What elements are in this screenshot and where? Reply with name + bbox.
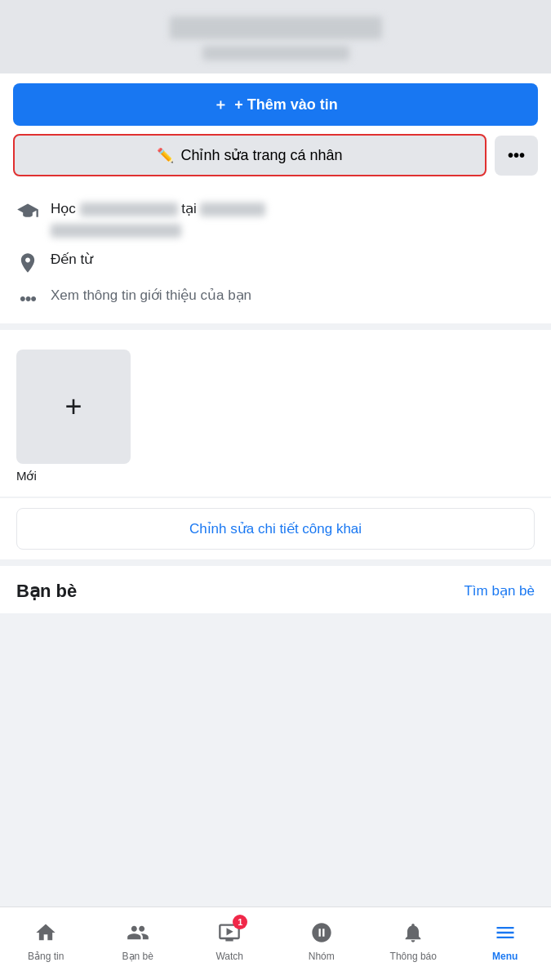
- info-section: Học tại Đến từ: [0, 186, 551, 323]
- graduation-icon: [16, 201, 39, 224]
- hamburger-icon: [494, 921, 517, 944]
- bottom-nav: Bảng tin Bạn bè 1 Watch Nhóm: [0, 906, 551, 980]
- friends-title: Bạn bè: [16, 581, 77, 602]
- location-text: Đến từ: [51, 250, 93, 270]
- photos-section: + Mới: [0, 330, 551, 497]
- photo-grid: + Mới: [16, 350, 535, 483]
- home-icon-wrap: [31, 918, 60, 947]
- friends-section: Bạn bè Tìm bạn bè: [0, 566, 551, 613]
- pencil-icon: ✏️: [157, 147, 174, 164]
- friends-icon: [127, 921, 149, 944]
- more-options-button[interactable]: •••: [495, 136, 538, 176]
- menu-icon-wrap: [491, 918, 520, 947]
- profile-top: [0, 0, 551, 74]
- photo-add-item: + Mới: [16, 350, 131, 483]
- profile-name-blurred: [170, 16, 382, 39]
- nav-item-groups[interactable]: Nhóm: [276, 913, 368, 967]
- watch-icon-wrap: 1: [215, 918, 244, 947]
- add-photo-icon: +: [64, 390, 82, 424]
- edit-profile-row: ✏️ Chỉnh sửa trang cá nhân •••: [13, 134, 538, 176]
- page-wrapper: ＋ + Thêm vào tin ✏️ Chỉnh sửa trang cá n…: [0, 0, 551, 980]
- nav-label-menu: Menu: [492, 951, 518, 962]
- edit-public-label: Chỉnh sửa chi tiết công khai: [189, 521, 362, 537]
- edit-profile-label: Chỉnh sửa trang cá nhân: [180, 146, 342, 164]
- nav-item-menu[interactable]: Menu: [460, 913, 552, 967]
- education-school-blurred: [80, 203, 178, 216]
- plus-icon: ＋: [213, 95, 228, 114]
- edit-public-button[interactable]: Chỉnh sửa chi tiết công khai: [16, 508, 535, 550]
- groups-icon: [310, 921, 333, 944]
- edit-public-section: Chỉnh sửa chi tiết công khai: [0, 498, 551, 559]
- location-icon: [16, 252, 39, 274]
- education-detail-blurred: [51, 224, 181, 238]
- add-photo-button[interactable]: +: [16, 350, 131, 464]
- edit-profile-button[interactable]: ✏️ Chỉnh sửa trang cá nhân: [13, 134, 487, 176]
- nav-label-home: Bảng tin: [28, 951, 64, 962]
- intro-row[interactable]: ••• Xem thông tin giới thiệu của bạn: [16, 286, 535, 310]
- notifications-icon-wrap: [398, 918, 428, 947]
- ellipsis-icon: •••: [508, 146, 525, 165]
- profile-subtitle-blurred: [202, 46, 349, 60]
- groups-icon-wrap: [307, 918, 336, 947]
- education-text: Học tại: [51, 199, 265, 238]
- friends-header: Bạn bè Tìm bạn bè: [16, 581, 535, 602]
- intro-text: Xem thông tin giới thiệu của bạn: [51, 286, 251, 305]
- location-row: Đến từ: [16, 250, 535, 274]
- nav-item-notifications[interactable]: Thông báo: [367, 913, 460, 967]
- education-location-blurred: [200, 203, 265, 216]
- find-friends-link[interactable]: Tìm bạn bè: [464, 582, 535, 599]
- new-photo-label: Mới: [16, 469, 131, 483]
- nav-label-groups: Nhóm: [309, 951, 335, 962]
- nav-label-friends: Bạn bè: [122, 951, 153, 962]
- watch-badge: 1: [233, 915, 247, 929]
- friends-icon-wrap: [123, 918, 153, 947]
- action-buttons-section: ＋ + Thêm vào tin ✏️ Chỉnh sửa trang cá n…: [0, 74, 551, 186]
- dots-icon: •••: [16, 287, 39, 310]
- nav-item-home[interactable]: Bảng tin: [0, 913, 92, 967]
- education-row: Học tại: [16, 199, 535, 238]
- home-icon: [34, 921, 57, 944]
- nav-item-watch[interactable]: 1 Watch: [184, 913, 276, 967]
- nav-label-notifications: Thông báo: [390, 951, 437, 962]
- nav-label-watch: Watch: [216, 951, 243, 962]
- bell-icon: [402, 921, 424, 944]
- add-story-button[interactable]: ＋ + Thêm vào tin: [13, 83, 538, 126]
- add-story-label: + Thêm vào tin: [234, 96, 338, 114]
- nav-item-friends[interactable]: Bạn bè: [92, 913, 184, 967]
- bottom-spacer: [0, 613, 551, 695]
